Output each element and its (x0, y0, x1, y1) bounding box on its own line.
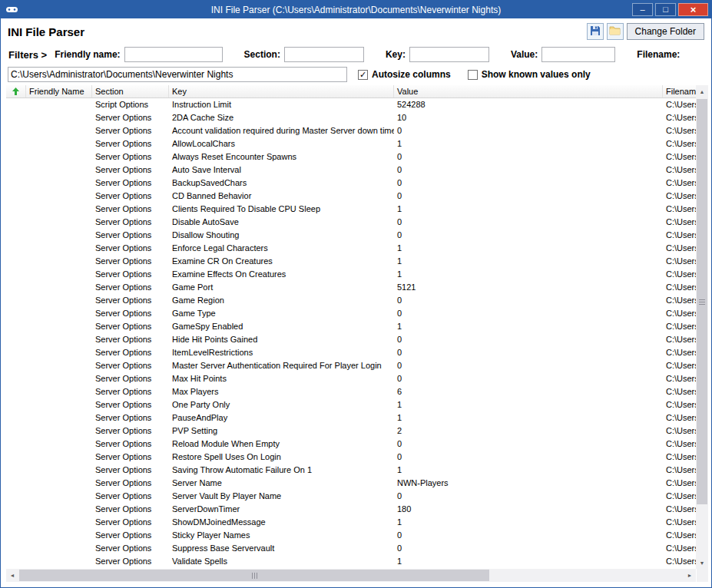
sort-column-header[interactable] (6, 85, 26, 97)
cell[interactable]: One Party Only (169, 398, 394, 411)
cell[interactable]: 1 (394, 242, 663, 255)
show-known-values-checkbox[interactable] (468, 70, 478, 80)
cell[interactable]: 2DA Cache Size (169, 111, 394, 124)
cell[interactable]: Server Options (92, 477, 169, 490)
cell[interactable]: Server Options (92, 346, 169, 359)
cell[interactable] (6, 177, 26, 190)
table-row[interactable]: Server OptionsExamine Effects On Creatur… (6, 268, 696, 281)
cell[interactable]: 2 (394, 424, 663, 438)
cell[interactable]: C:\Users\ (663, 320, 696, 333)
cell[interactable] (26, 307, 92, 320)
cell[interactable]: Instruction Limit (169, 98, 394, 111)
table-row[interactable]: Server OptionsMax Players6C:\Users\ (6, 385, 696, 398)
cell[interactable]: Sticky Player Names (169, 529, 394, 542)
cell[interactable]: NWN-Players (394, 477, 663, 490)
cell[interactable] (26, 359, 92, 372)
change-folder-button[interactable]: Change Folder (627, 23, 704, 40)
cell[interactable] (6, 216, 26, 229)
horizontal-scrollbar[interactable]: ◄ ► (6, 569, 696, 582)
cell[interactable]: 1 (394, 555, 663, 568)
cell[interactable]: Server Options (92, 281, 169, 294)
cell[interactable]: Server Options (92, 268, 169, 281)
cell[interactable]: Server Options (92, 150, 169, 164)
cell[interactable]: BackupSavedChars (169, 177, 394, 190)
cell[interactable]: 0 (394, 124, 663, 137)
cell[interactable] (6, 294, 26, 307)
cell[interactable]: Suppress Base Servervault (169, 542, 394, 555)
cell[interactable]: Server Options (92, 359, 169, 372)
cell[interactable] (26, 529, 92, 542)
cell[interactable]: 180 (394, 503, 663, 516)
table-row[interactable]: Script OptionsInstruction Limit524288C:\… (6, 98, 696, 111)
cell[interactable]: Server Options (92, 555, 169, 568)
cell[interactable]: Max Players (169, 385, 394, 398)
cell[interactable]: 0 (394, 229, 663, 242)
cell[interactable]: ServerDownTimer (169, 503, 394, 516)
table-row[interactable]: Server OptionsMaster Server Authenticati… (6, 359, 696, 372)
cell[interactable] (26, 98, 92, 111)
cell[interactable]: Server Options (92, 137, 169, 150)
table-row[interactable]: Server OptionsExamine CR On Creatures1C:… (6, 255, 696, 268)
cell[interactable]: 1 (394, 411, 663, 424)
autosize-columns-checkbox[interactable]: ✓ (358, 70, 368, 80)
cell[interactable]: Server Options (92, 294, 169, 307)
cell[interactable]: Server Vault By Player Name (169, 490, 394, 503)
cell[interactable] (26, 137, 92, 150)
table-row[interactable]: Server OptionsItemLevelRestrictions0C:\U… (6, 346, 696, 359)
cell[interactable]: C:\Users\ (663, 111, 696, 124)
filters-expander[interactable]: Filters > (8, 49, 47, 61)
cell[interactable]: Server Options (92, 542, 169, 555)
table-row[interactable]: Server OptionsOne Party Only1C:\Users\ (6, 398, 696, 411)
value-filter-input[interactable] (541, 47, 615, 62)
cell[interactable]: C:\Users\ (663, 464, 696, 477)
table-row[interactable]: Server OptionsServer Vault By Player Nam… (6, 490, 696, 503)
cell[interactable]: 0 (394, 150, 663, 164)
cell[interactable]: 1 (394, 464, 663, 477)
cell[interactable]: Saving Throw Automatic Failure On 1 (169, 464, 394, 477)
cell[interactable]: Server Options (92, 503, 169, 516)
cell[interactable]: 1 (394, 268, 663, 281)
key-filter-input[interactable] (409, 47, 489, 62)
cell[interactable]: Server Options (92, 411, 169, 424)
cell[interactable]: Server Options (92, 333, 169, 346)
cell[interactable]: Examine Effects On Creatures (169, 268, 394, 281)
cell[interactable]: Server Options (92, 490, 169, 503)
open-folder-button[interactable] (607, 23, 624, 40)
cell[interactable]: Master Server Authentication Required Fo… (169, 359, 394, 372)
table-row[interactable]: Server OptionsPVP Setting2C:\Users\ (6, 424, 696, 438)
cell[interactable] (26, 124, 92, 137)
cell[interactable]: C:\Users\ (663, 242, 696, 255)
cell[interactable]: Hide Hit Points Gained (169, 333, 394, 346)
table-row[interactable]: Server OptionsEnforce Legal Characters1C… (6, 242, 696, 255)
cell[interactable]: Always Reset Encounter Spawns (169, 150, 394, 164)
save-button[interactable] (587, 23, 604, 40)
cell[interactable]: PVP Setting (169, 424, 394, 438)
cell[interactable]: Script Options (92, 98, 169, 111)
cell[interactable] (6, 372, 26, 385)
cell[interactable]: Server Options (92, 464, 169, 477)
cell[interactable] (6, 516, 26, 529)
table-row[interactable]: Server OptionsGame Port5121C:\Users\ (6, 281, 696, 294)
vertical-scrollbar[interactable]: ▲ ▼ (696, 85, 708, 569)
cell[interactable] (6, 346, 26, 359)
cell[interactable]: Clients Required To Disable CPU Sleep (169, 203, 394, 216)
cell[interactable] (26, 242, 92, 255)
cell[interactable]: 0 (394, 529, 663, 542)
cell[interactable]: Server Options (92, 307, 169, 320)
cell[interactable]: C:\Users\ (663, 216, 696, 229)
table-row[interactable]: Server OptionsGame Region0C:\Users\ (6, 294, 696, 307)
table-row[interactable]: Server OptionsSticky Player Names0C:\Use… (6, 529, 696, 542)
table-row[interactable]: Server OptionsPauseAndPlay1C:\Users\ (6, 411, 696, 424)
cell[interactable]: 0 (394, 177, 663, 190)
cell[interactable] (26, 111, 92, 124)
cell[interactable]: C:\Users\ (663, 555, 696, 568)
scroll-left-icon[interactable]: ◄ (6, 569, 18, 582)
cell[interactable] (26, 346, 92, 359)
close-button[interactable]: × (678, 3, 708, 16)
table-row[interactable]: Server OptionsServer NameNWN-PlayersC:\U… (6, 477, 696, 490)
table-row[interactable]: Server Options2DA Cache Size10C:\Users\ (6, 111, 696, 124)
cell[interactable] (26, 320, 92, 333)
cell[interactable]: Account validation required during Maste… (169, 124, 394, 137)
friendly-name-filter-input[interactable] (124, 47, 223, 62)
cell[interactable]: C:\Users\ (663, 137, 696, 150)
